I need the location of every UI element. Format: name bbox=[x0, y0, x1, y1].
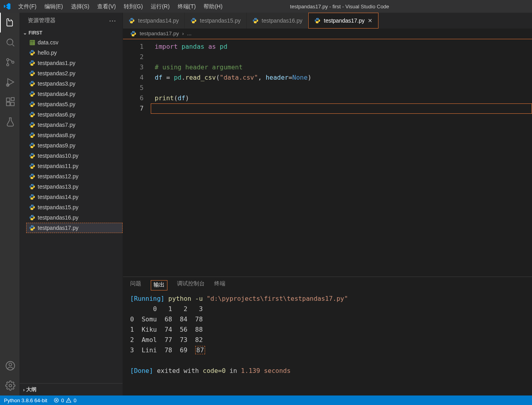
svg-point-22 bbox=[33, 96, 33, 96]
file-item[interactable]: testpandas4.py bbox=[26, 89, 123, 99]
python-icon bbox=[29, 153, 35, 159]
status-python[interactable]: Python 3.8.6 64-bit bbox=[4, 397, 47, 403]
menu-item[interactable]: 帮助(H) bbox=[200, 0, 226, 13]
vscode-logo-icon bbox=[0, 3, 14, 10]
extensions-icon[interactable] bbox=[0, 92, 20, 112]
file-item[interactable]: testpandas16.py bbox=[26, 212, 123, 223]
svg-point-41 bbox=[31, 195, 31, 195]
svg-rect-8 bbox=[11, 97, 14, 101]
close-icon[interactable]: ✕ bbox=[368, 17, 373, 24]
settings-gear-icon[interactable] bbox=[0, 376, 20, 395]
code-editor[interactable]: 1234567 import pandas as pd # using head… bbox=[123, 39, 532, 277]
file-item[interactable]: testpandas11.py bbox=[26, 161, 123, 171]
folder-name: FIRST bbox=[29, 30, 42, 36]
file-item[interactable]: testpandas13.py bbox=[26, 181, 123, 192]
sidebar-more-icon[interactable]: ··· bbox=[109, 17, 116, 25]
breadcrumb-separator: › bbox=[182, 31, 184, 36]
file-item[interactable]: testpandas1.py bbox=[26, 58, 123, 68]
svg-point-10 bbox=[9, 363, 12, 366]
menu-item[interactable]: 选择(S) bbox=[67, 0, 94, 13]
svg-point-56 bbox=[318, 22, 319, 23]
svg-point-52 bbox=[194, 22, 194, 23]
testing-icon[interactable] bbox=[0, 112, 20, 132]
tab-label: testpandas17.py bbox=[324, 17, 365, 24]
file-name: testpandas3.py bbox=[38, 80, 75, 87]
file-name: testpandas2.py bbox=[38, 70, 75, 76]
breadcrumb[interactable]: testpandas17.py › ... bbox=[123, 29, 532, 39]
python-icon bbox=[190, 17, 197, 24]
python-icon bbox=[29, 194, 35, 200]
svg-point-14 bbox=[33, 54, 33, 55]
editor-tab[interactable]: testpandas14.py bbox=[123, 13, 185, 29]
editor-tab[interactable]: testpandas17.py✕ bbox=[308, 13, 378, 29]
file-item[interactable]: testpandas12.py bbox=[26, 171, 123, 181]
svg-point-1 bbox=[6, 59, 8, 61]
file-item[interactable]: testpandas9.py bbox=[26, 140, 123, 151]
file-item[interactable]: testpandas2.py bbox=[26, 68, 123, 78]
menu-item[interactable]: 运行(R) bbox=[147, 0, 173, 13]
file-name: testpandas11.py bbox=[38, 163, 79, 169]
svg-point-31 bbox=[31, 143, 31, 143]
python-icon bbox=[29, 70, 35, 76]
folder-header[interactable]: ⌄ FIRST bbox=[20, 29, 123, 37]
panel-tab[interactable]: 终端 bbox=[214, 280, 225, 290]
file-item[interactable]: testpandas17.py bbox=[26, 223, 123, 233]
panel-tab[interactable]: 输出 bbox=[151, 280, 167, 290]
file-item[interactable]: testpandas15.py bbox=[26, 202, 123, 212]
file-item[interactable]: hello.py bbox=[26, 48, 123, 58]
svg-rect-5 bbox=[6, 98, 10, 101]
svg-point-54 bbox=[256, 22, 256, 23]
outline-section[interactable]: › 大纲 bbox=[20, 383, 123, 395]
title-bar: 文件(F)编辑(E)选择(S)查看(V)转到(G)运行(R)终端(T)帮助(H)… bbox=[0, 0, 532, 13]
output-panel[interactable]: [Running] python -u "d:\pyprojects\first… bbox=[123, 290, 532, 395]
file-name: testpandas7.py bbox=[38, 122, 75, 128]
python-icon bbox=[29, 60, 35, 66]
svg-point-55 bbox=[317, 18, 317, 19]
breadcrumb-tail: ... bbox=[187, 31, 192, 36]
tab-label: testpandas15.py bbox=[200, 17, 241, 24]
svg-rect-7 bbox=[11, 102, 14, 106]
menu-item[interactable]: 终端(T) bbox=[174, 0, 200, 13]
error-icon bbox=[54, 397, 59, 403]
menu-item[interactable]: 编辑(E) bbox=[40, 0, 67, 13]
editor-tab[interactable]: testpandas15.py bbox=[185, 13, 247, 29]
file-item[interactable]: testpandas3.py bbox=[26, 78, 123, 89]
source-control-icon[interactable] bbox=[0, 52, 20, 72]
svg-point-26 bbox=[33, 116, 33, 117]
svg-point-16 bbox=[33, 65, 33, 65]
editor-tab[interactable]: testpandas16.py bbox=[247, 13, 309, 29]
file-item[interactable]: testpandas8.py bbox=[26, 130, 123, 140]
svg-point-27 bbox=[31, 122, 31, 123]
explorer-icon[interactable] bbox=[0, 13, 20, 32]
svg-point-51 bbox=[192, 18, 193, 19]
svg-point-44 bbox=[33, 209, 33, 209]
bottom-panel: 问题输出调试控制台终端 [Running] python -u "d:\pypr… bbox=[123, 277, 532, 395]
menu-item[interactable]: 查看(V) bbox=[93, 0, 120, 13]
svg-point-57 bbox=[132, 31, 133, 32]
accounts-icon[interactable] bbox=[0, 356, 20, 376]
svg-point-38 bbox=[33, 178, 33, 178]
explorer-sidebar: 资源管理器 ··· ⌄ FIRST data.csvhello.pytestpa… bbox=[20, 13, 123, 395]
file-item[interactable]: testpandas14.py bbox=[26, 192, 123, 202]
status-problems[interactable]: 0 0 bbox=[54, 397, 76, 403]
file-item[interactable]: testpandas10.py bbox=[26, 151, 123, 161]
panel-tab[interactable]: 问题 bbox=[130, 280, 141, 290]
python-icon bbox=[130, 31, 136, 37]
search-icon[interactable] bbox=[0, 32, 20, 52]
file-item[interactable]: data.csv bbox=[26, 37, 123, 48]
svg-point-35 bbox=[31, 164, 31, 164]
menu-item[interactable]: 文件(F) bbox=[14, 0, 40, 13]
run-debug-icon[interactable] bbox=[0, 72, 20, 92]
panel-tab[interactable]: 调试控制台 bbox=[177, 280, 205, 290]
svg-rect-6 bbox=[6, 102, 10, 106]
code-content[interactable]: import pandas as pd # using header argum… bbox=[151, 39, 532, 277]
file-item[interactable]: testpandas7.py bbox=[26, 120, 123, 130]
status-bar: Python 3.8.6 64-bit 0 0 bbox=[0, 395, 532, 405]
svg-point-32 bbox=[33, 147, 33, 147]
menu-item[interactable]: 转到(G) bbox=[120, 0, 147, 13]
file-name: testpandas17.py bbox=[38, 225, 79, 231]
chevron-down-icon: ⌄ bbox=[23, 30, 27, 36]
svg-point-40 bbox=[33, 188, 33, 189]
file-item[interactable]: testpandas5.py bbox=[26, 99, 123, 109]
file-item[interactable]: testpandas6.py bbox=[26, 109, 123, 120]
